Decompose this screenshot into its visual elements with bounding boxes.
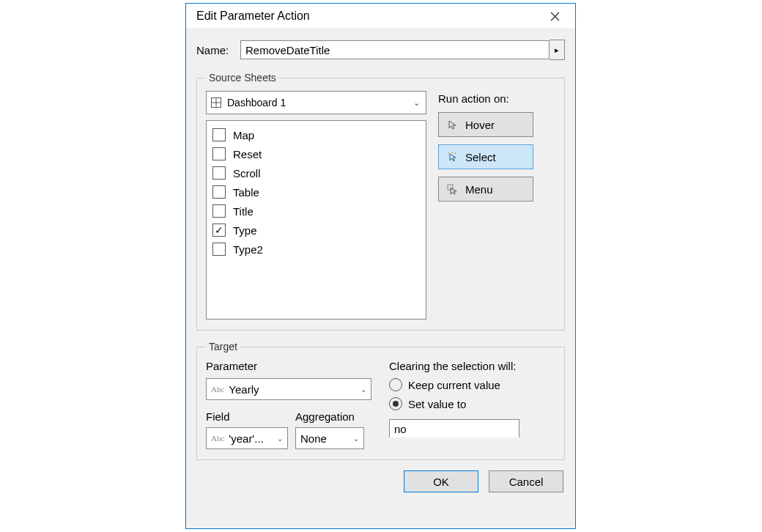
field-label: Field (206, 410, 288, 423)
aggregation-value: None (300, 432, 327, 445)
sheet-item-label: Table (233, 186, 259, 199)
sheet-item-label: Scroll (233, 167, 261, 180)
parameter-value: Yearly (229, 383, 259, 396)
parameter-dropdown[interactable]: Abc Yearly ⌄ (206, 378, 371, 400)
set-value-radio[interactable]: Set value to (389, 397, 555, 410)
target-group: Target Parameter Abc Yearly ⌄ Field Abc (196, 341, 565, 460)
hover-action-button[interactable]: Hover (438, 112, 533, 137)
aggregation-label: Aggregation (295, 410, 364, 423)
name-menu-button[interactable]: ▸ (550, 40, 565, 60)
name-row: Name: ▸ (196, 40, 565, 60)
cursor-menu-icon (446, 183, 458, 195)
abc-type-icon: Abc (211, 385, 224, 394)
checkbox[interactable] (212, 147, 226, 160)
sheet-item-type[interactable]: ✓Type (212, 221, 420, 240)
checkbox[interactable] (212, 204, 226, 218)
action-label: Select (465, 151, 496, 163)
chevron-down-icon: ⌄ (360, 385, 366, 394)
action-label: Menu (465, 183, 493, 196)
source-sheets-legend: Source Sheets (206, 72, 279, 84)
abc-type-icon: Abc (211, 434, 224, 443)
sheet-item-label: Map (233, 129, 254, 141)
keep-value-radio[interactable]: Keep current value (389, 378, 555, 391)
cancel-button[interactable]: Cancel (489, 470, 563, 492)
set-value-input[interactable] (389, 419, 519, 437)
close-button[interactable] (540, 6, 569, 26)
edit-parameter-action-dialog: Edit Parameter Action Name: ▸ Source She… (185, 3, 576, 529)
sheet-dropdown-value: Dashboard 1 (227, 97, 286, 108)
target-legend: Target (206, 341, 240, 352)
cursor-hover-icon (446, 119, 458, 130)
select-action-button[interactable]: Select (438, 144, 533, 169)
chevron-down-icon: ⌄ (413, 98, 420, 108)
cursor-select-icon (446, 151, 458, 163)
sheet-item-label: Type2 (233, 243, 263, 256)
sheet-item-label: Type (233, 224, 257, 237)
field-value: 'year'... (229, 432, 263, 445)
checkbox[interactable] (212, 243, 226, 256)
button-label: Cancel (509, 476, 544, 488)
sheet-item-map[interactable]: Map (212, 125, 420, 144)
menu-action-button[interactable]: Menu (438, 177, 533, 202)
sheet-item-label: Title (233, 205, 254, 218)
chevron-down-icon: ⌄ (353, 435, 359, 443)
source-sheets-group: Source Sheets Dashboard 1 ⌄ Map Reset Sc… (196, 72, 565, 330)
field-dropdown[interactable]: Abc 'year'... ⌄ (206, 427, 288, 449)
sheet-dropdown[interactable]: Dashboard 1 ⌄ (206, 91, 426, 114)
sheet-item-reset[interactable]: Reset (212, 144, 420, 163)
checkbox[interactable] (212, 128, 226, 141)
checkbox[interactable] (212, 166, 226, 180)
radio-unselected-icon (389, 378, 402, 391)
radio-selected-icon (389, 397, 402, 410)
close-icon (550, 12, 560, 21)
dialog-body: Name: ▸ Source Sheets Dashboard 1 ⌄ Map … (186, 29, 575, 528)
name-label: Name: (196, 44, 240, 56)
sheet-item-table[interactable]: Table (212, 182, 420, 202)
triangle-right-icon: ▸ (555, 45, 559, 55)
button-label: OK (433, 476, 449, 488)
sheet-checklist[interactable]: Map Reset Scroll Table Title ✓Type Type2 (206, 120, 426, 319)
parameter-label: Parameter (206, 360, 367, 372)
clearing-label: Clearing the selection will: (389, 360, 555, 372)
checkbox[interactable] (212, 185, 226, 199)
radio-label: Keep current value (408, 379, 500, 391)
name-input[interactable] (240, 40, 550, 59)
ok-button[interactable]: OK (404, 470, 478, 492)
aggregation-dropdown[interactable]: None ⌄ (295, 427, 364, 449)
sheet-item-label: Reset (233, 148, 262, 160)
action-label: Hover (465, 119, 495, 131)
sheet-item-type2[interactable]: Type2 (212, 240, 420, 259)
chevron-down-icon: ⌄ (277, 435, 283, 443)
dialog-titlebar: Edit Parameter Action (186, 4, 575, 29)
radio-label: Set value to (408, 398, 466, 410)
sheet-item-title[interactable]: Title (212, 202, 420, 221)
sheet-item-scroll[interactable]: Scroll (212, 163, 420, 182)
dialog-title: Edit Parameter Action (196, 10, 540, 23)
checkbox-checked[interactable]: ✓ (212, 223, 226, 237)
run-action-label: Run action on: (438, 92, 555, 105)
dashboard-icon (211, 97, 221, 108)
dialog-footer: OK Cancel (196, 468, 565, 492)
